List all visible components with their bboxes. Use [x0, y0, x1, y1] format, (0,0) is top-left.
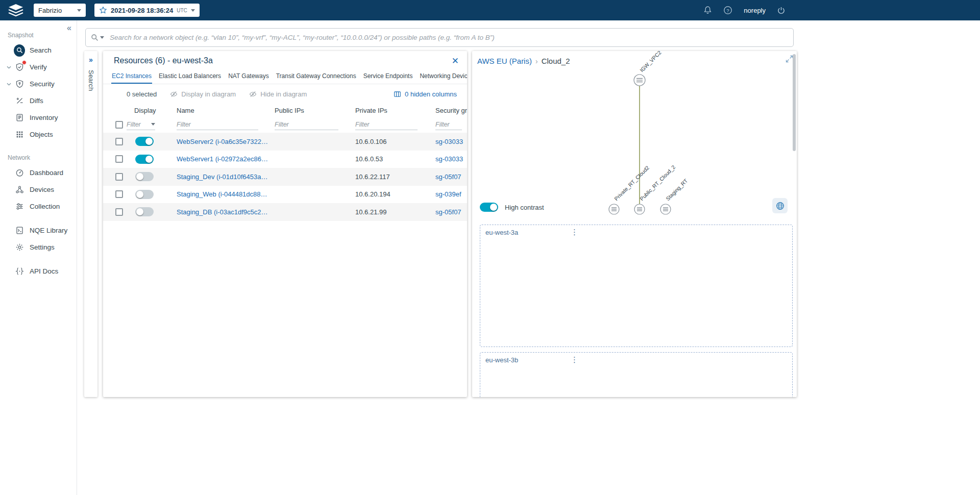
display-filter-select[interactable]: Filter [127, 119, 155, 130]
inventory-list-icon [14, 112, 25, 123]
breadcrumb-region-link[interactable]: AWS EU (Paris) [477, 57, 532, 65]
sidebar-item-label: Collection [30, 203, 60, 210]
user-dropdown[interactable]: Fabrizio [34, 4, 86, 17]
security-group-link[interactable]: sg-05f07 [435, 173, 467, 181]
search-type-dropdown-icon[interactable] [100, 36, 104, 39]
row-checkbox[interactable] [115, 138, 123, 145]
sidebar-item-label: Search [30, 46, 52, 54]
high-contrast-label: High contrast [505, 204, 544, 211]
sidebar-item-diffs[interactable]: Diffs [0, 92, 77, 109]
public-ips-filter-input[interactable] [275, 119, 338, 130]
tab-networking-devices[interactable]: Networking Devices [419, 69, 467, 84]
display-toggle[interactable] [135, 172, 154, 181]
search-results-collapsed-tab[interactable]: » Search [84, 51, 97, 397]
star-icon[interactable] [99, 6, 107, 14]
verify-shield-icon [14, 62, 25, 73]
select-all-checkbox[interactable] [115, 121, 123, 129]
breadcrumb-current: Cloud_2 [542, 57, 570, 65]
chevron-down-icon[interactable] [7, 83, 14, 86]
display-toggle[interactable] [135, 207, 154, 216]
code-document-icon [14, 225, 25, 236]
resources-panel-title: Resources (6) - eu-west-3a [114, 56, 213, 65]
zone-name: eu-west-3a [485, 229, 518, 236]
help-button[interactable]: ? [723, 6, 732, 15]
chevron-down-icon[interactable] [7, 66, 14, 69]
sidebar-item-inventory[interactable]: Inventory [0, 109, 77, 126]
topbar-right: ? noreply [703, 6, 786, 15]
sidebar-collapse-button[interactable]: « [67, 23, 71, 33]
global-search-input[interactable] [110, 34, 788, 41]
display-in-diagram-button[interactable]: Display in diagram [170, 90, 236, 98]
security-group-link[interactable]: sg-03033 [435, 155, 467, 163]
sidebar-item-verify[interactable]: Verify [0, 59, 77, 76]
row-checkbox[interactable] [115, 173, 123, 181]
search-icon [14, 44, 25, 57]
sidebar-item-collection[interactable]: Collection [0, 198, 77, 215]
expand-panel-icon[interactable]: » [89, 56, 93, 64]
logout-button[interactable] [777, 6, 786, 15]
sidebar-item-nqe-library[interactable]: NQE Library [0, 222, 77, 239]
route-table-node-public[interactable] [634, 204, 645, 214]
main-content: » Search Resources (6) - eu-west-3a ✕ EC… [77, 20, 980, 495]
internet-gateway-node[interactable] [634, 75, 645, 86]
sidebar-item-devices[interactable]: Devices [0, 181, 77, 198]
sidebar-item-settings[interactable]: Settings [0, 239, 77, 256]
instance-name-link[interactable]: WebServer1 (i-02972a2ec8639... [177, 155, 275, 163]
sidebar-item-dashboard[interactable]: Dashboard [0, 164, 77, 181]
security-group-link[interactable]: sg-039ef [435, 190, 467, 198]
notifications-button[interactable] [703, 6, 712, 15]
private-ips-filter-input[interactable] [355, 119, 418, 130]
tab-elastic-load-balancers[interactable]: Elastic Load Balancers [158, 69, 222, 84]
tab-service-endpoints[interactable]: Service Endpoints [363, 69, 413, 84]
instance-name-link[interactable]: Staging_DB (i-03ac1df9c5c22b... [177, 208, 275, 216]
app-logo[interactable] [7, 3, 25, 17]
table-body: WebServer2 (i-0a6c35e7322fc9... 10.6.0.1… [103, 133, 467, 221]
display-toggle[interactable] [135, 137, 154, 146]
route-table-node-private[interactable] [609, 204, 619, 214]
selected-count: 0 selected [127, 90, 157, 98]
high-contrast-control: High contrast [480, 203, 544, 212]
instance-name-link[interactable]: WebServer2 (i-0a6c35e7322fc9... [177, 138, 275, 145]
close-icon[interactable]: ✕ [452, 57, 459, 65]
row-checkbox[interactable] [115, 190, 123, 198]
name-filter-input[interactable] [177, 119, 258, 130]
instance-name-link[interactable]: Staging_Web (i-044481dc8852e... [177, 190, 275, 198]
tab-nat-gateways[interactable]: NAT Gateways [228, 69, 270, 84]
snapshot-date: 2021-09-28 18:36:24 [111, 7, 173, 14]
world-view-button[interactable] [772, 198, 788, 213]
security-group-link[interactable]: sg-03033 [435, 138, 467, 145]
security-group-link[interactable]: sg-05f07 [435, 208, 467, 216]
security-groups-filter-input[interactable] [435, 119, 462, 130]
high-contrast-toggle[interactable] [480, 203, 498, 212]
display-toggle[interactable] [135, 155, 154, 164]
snapshot-timezone: UTC [177, 8, 187, 13]
gear-icon [14, 242, 25, 253]
kebab-menu-icon[interactable]: ⋮ [571, 356, 578, 363]
diagram-scrollbar[interactable] [793, 54, 796, 151]
display-toggle[interactable] [135, 190, 154, 199]
hidden-columns-button[interactable]: 0 hidden columns [394, 90, 457, 98]
tab-ec2-instances[interactable]: EC2 Instances [111, 69, 152, 84]
sidebar-item-label: Security [30, 80, 55, 88]
account-name[interactable]: noreply [744, 7, 766, 14]
instance-name-link[interactable]: Staging_Dev (i-01d10f6453af40... [177, 173, 275, 181]
kebab-menu-icon[interactable]: ⋮ [571, 228, 578, 236]
grid-objects-icon [14, 129, 25, 140]
eye-off-icon [249, 91, 257, 97]
hidden-columns-label: 0 hidden columns [405, 90, 457, 98]
tab-transit-gateway-connections[interactable]: Transit Gateway Connections [276, 69, 357, 84]
hide-in-diagram-button[interactable]: Hide in diagram [249, 90, 307, 98]
bell-icon [703, 6, 712, 15]
global-search-bar [85, 28, 794, 47]
row-checkbox[interactable] [115, 155, 123, 163]
sidebar-item-search[interactable]: Search [0, 42, 77, 59]
route-table-node-staging[interactable] [660, 204, 671, 214]
fit-view-button[interactable] [786, 55, 793, 63]
snapshot-picker[interactable]: 2021-09-28 18:36:24 UTC [94, 4, 200, 17]
sidebar-item-security[interactable]: Security [0, 76, 77, 92]
table-row: WebServer1 (i-02972a2ec8639... 10.6.0.53… [103, 151, 467, 168]
sidebar-item-objects[interactable]: Objects [0, 126, 77, 143]
sidebar-item-api-docs[interactable]: API Docs [0, 263, 77, 280]
chevron-down-icon [77, 9, 81, 12]
row-checkbox[interactable] [115, 208, 123, 216]
